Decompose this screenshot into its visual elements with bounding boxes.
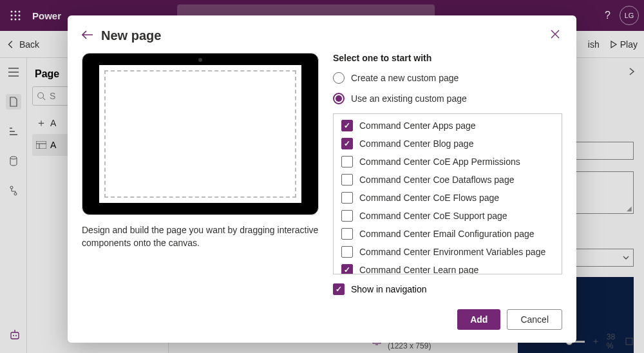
back-arrow-icon[interactable] <box>82 29 93 43</box>
dialog-title: New page <box>101 28 161 43</box>
add-button[interactable]: Add <box>457 309 500 330</box>
list-item-label: Command Center Email Configuration page <box>359 229 535 239</box>
show-in-nav-checkbox[interactable]: ✓ Show in navigation <box>333 283 562 295</box>
list-item[interactable]: Command Center Environment Variables pag… <box>335 243 560 261</box>
checkbox-icon <box>341 156 353 167</box>
list-item-label: Command Center Coe Dataflows page <box>359 175 514 185</box>
checkbox-icon <box>341 174 353 186</box>
new-page-dialog: New page Design and build the page you w… <box>68 15 576 343</box>
list-item-label: Command Center Apps page <box>359 120 476 131</box>
close-icon[interactable] <box>548 27 562 44</box>
list-item[interactable]: ✓Command Center Blog page <box>335 135 560 153</box>
checkbox-icon: ✓ <box>341 138 353 149</box>
list-item-label: Command Center CoE App Permissions <box>359 157 520 167</box>
existing-pages-list[interactable]: ✓Command Center Apps page✓Command Center… <box>333 113 562 274</box>
modal-backdrop: New page Design and build the page you w… <box>0 0 644 353</box>
radio-create-new[interactable]: Create a new custom page <box>333 72 562 84</box>
list-item[interactable]: Command Center CoE Support page <box>335 207 560 225</box>
radio-icon <box>333 93 345 104</box>
radio-icon <box>333 72 345 84</box>
dialog-description: Design and build the page you want by dr… <box>82 224 319 249</box>
tablet-preview <box>82 53 319 215</box>
checkbox-icon: ✓ <box>341 120 353 131</box>
list-item[interactable]: Command Center CoE App Permissions <box>335 153 560 171</box>
list-item-label: Command Center Learn page <box>359 265 478 274</box>
list-item[interactable]: Command Center Email Configuration page <box>335 225 560 243</box>
list-item-label: Command Center Environment Variables pag… <box>359 247 545 257</box>
list-item-label: Command Center CoE Support page <box>359 211 507 221</box>
list-item[interactable]: ✓Command Center Learn page <box>335 261 560 274</box>
section-title: Select one to start with <box>333 53 562 63</box>
radio-use-existing[interactable]: Use an existing custom page <box>333 93 562 104</box>
checkbox-icon <box>341 228 353 240</box>
list-item-label: Command Center Blog page <box>359 138 473 149</box>
list-item[interactable]: Command Center Coe Dataflows page <box>335 171 560 189</box>
list-item[interactable]: Command Center CoE Flows page <box>335 189 560 207</box>
cancel-button[interactable]: Cancel <box>507 309 562 330</box>
list-item-label: Command Center CoE Flows page <box>359 193 499 203</box>
checkbox-icon <box>341 246 353 258</box>
checkbox-icon <box>341 192 353 204</box>
checkbox-icon <box>341 210 353 222</box>
checkbox-icon: ✓ <box>341 264 353 274</box>
checkbox-icon: ✓ <box>333 283 345 295</box>
list-item[interactable]: ✓Command Center Apps page <box>335 117 560 135</box>
